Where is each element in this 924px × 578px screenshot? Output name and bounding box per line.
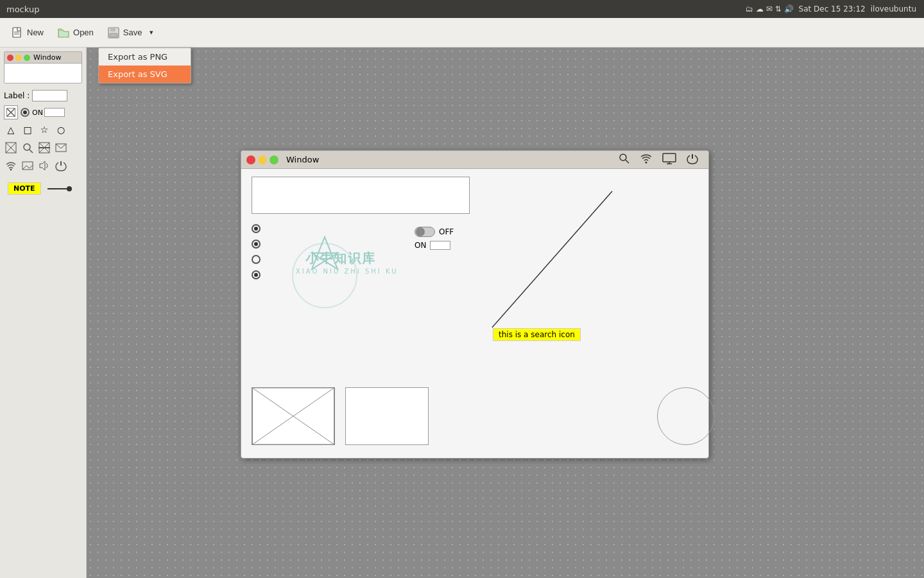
mock-toggle-on-input[interactable]: [430, 241, 450, 250]
panel-close-btn[interactable]: [7, 55, 13, 61]
note-connector-line: [47, 188, 67, 189]
label-input[interactable]: [32, 90, 67, 101]
mockup-maximize-btn[interactable]: [270, 155, 278, 164]
mock-toggle-on-label: ON: [415, 241, 426, 250]
on-toggle-label: ON: [32, 109, 43, 117]
logo-text-cn: 小牛知识库: [305, 250, 376, 267]
export-svg-item[interactable]: Export as SVG: [99, 66, 191, 83]
svg-line-13: [30, 150, 33, 153]
mock-toggle-off-track[interactable]: [415, 227, 435, 237]
toggle-row: ON: [0, 104, 86, 121]
save-label: Save: [123, 28, 142, 37]
image-icon[interactable]: [21, 159, 35, 173]
save-dropdown-arrow[interactable]: ▾: [147, 26, 156, 39]
svg-line-24: [26, 166, 30, 168]
label-row: Label :: [0, 87, 86, 104]
panel-maximize-btn[interactable]: [24, 55, 30, 61]
radio-filled[interactable]: [21, 108, 30, 117]
mockup-close-btn[interactable]: [246, 155, 255, 164]
mockup-titlebar-icons: [619, 153, 703, 167]
svg-rect-5: [110, 33, 117, 37]
mock-radio-4[interactable]: [252, 270, 261, 279]
mock-radio-2[interactable]: [252, 240, 261, 249]
shapes-row-3: [0, 157, 86, 175]
star-icon[interactable]: ☆: [37, 123, 51, 137]
save-icon: [107, 26, 121, 40]
mockup-minimize-btn[interactable]: [258, 155, 267, 164]
svg-line-19: [56, 144, 61, 148]
save-group: Save ▾: [101, 23, 157, 42]
mockup-monitor-icon[interactable]: [662, 153, 676, 167]
x-icon[interactable]: [4, 105, 18, 119]
annotation-tooltip: this is a search icon: [493, 328, 581, 341]
power-icon[interactable]: [54, 159, 68, 173]
speaker-icon[interactable]: [37, 159, 51, 173]
x-square-icon[interactable]: [4, 141, 18, 155]
triangle-icon[interactable]: △: [4, 123, 18, 137]
new-label: New: [27, 28, 44, 37]
taskbar-user: iloveubuntu: [871, 4, 916, 13]
mock-toggle-off-knob: [416, 227, 425, 236]
new-icon: [10, 26, 24, 40]
on-toggle: ON: [32, 108, 65, 117]
on-toggle-input[interactable]: [44, 108, 65, 117]
mockup-window: Window: [241, 150, 709, 459]
svg-rect-30: [663, 153, 676, 162]
strikethrough-x-icon[interactable]: [37, 141, 51, 155]
export-png-item[interactable]: Export as PNG: [99, 48, 191, 66]
square-icon[interactable]: □: [21, 123, 35, 137]
mockup-body: 小牛知识库 XIAO NIU ZHI SHI KU OFF ON: [241, 169, 708, 458]
panel-minimize-btn[interactable]: [15, 55, 22, 61]
mock-toggle-off-row: OFF: [415, 227, 454, 237]
mock-controls-area: 小牛知识库 XIAO NIU ZHI SHI KU OFF ON: [252, 224, 698, 320]
note-connector-dot: [67, 186, 72, 191]
mockup-window-title: Window: [286, 155, 319, 164]
taskbar: mockup 🗂 ☁ ✉ ⇅ 🔊 Sat Dec 15 23:12 iloveu…: [0, 0, 924, 18]
taskbar-icons: 🗂 ☁ ✉ ⇅ 🔊: [746, 4, 793, 13]
mockup-power-icon[interactable]: [687, 153, 698, 167]
envelope-x-icon[interactable]: [54, 141, 68, 155]
mock-radio-3[interactable]: [252, 255, 261, 264]
new-button[interactable]: New: [5, 23, 49, 42]
logo-area: 小牛知识库 XIAO NIU ZHI SHI KU: [273, 224, 402, 320]
circle-icon[interactable]: ○: [54, 123, 68, 137]
left-panel: Window Label : ON △ □ ☆ ○: [0, 48, 87, 578]
main-canvas[interactable]: Window: [87, 48, 924, 578]
label-text: Label :: [4, 91, 30, 100]
mock-radios: [252, 224, 261, 279]
x-image-placeholder: [252, 387, 335, 445]
panel-window-preview: Window: [4, 51, 82, 83]
svg-point-29: [646, 161, 647, 163]
svg-marker-26: [40, 161, 45, 170]
svg-line-28: [626, 160, 629, 163]
svg-point-21: [10, 169, 12, 171]
taskbar-right: 🗂 ☁ ✉ ⇅ 🔊 Sat Dec 15 23:12 iloveubuntu: [746, 4, 924, 13]
toolbar: New Open Save ▾: [0, 18, 924, 48]
svg-point-12: [24, 144, 30, 150]
shapes-row-1: △ □ ☆ ○: [0, 121, 86, 139]
logo-text-pinyin: XIAO NIU ZHI SHI KU: [296, 268, 398, 275]
mock-toggle-off-label: OFF: [439, 227, 454, 236]
mock-textbox[interactable]: [252, 177, 470, 214]
search-icon[interactable]: [21, 141, 35, 155]
circle-container: [657, 387, 715, 445]
save-button[interactable]: Save: [101, 23, 148, 42]
mockup-titlebar: Window: [241, 151, 708, 169]
open-button[interactable]: Open: [51, 23, 99, 42]
svg-rect-4: [110, 28, 116, 31]
svg-line-23: [22, 166, 26, 170]
note-label: NOTE: [13, 184, 35, 193]
panel-titlebar: Window: [4, 52, 81, 64]
open-icon: [56, 26, 71, 40]
svg-line-20: [61, 144, 66, 148]
taskbar-title: mockup: [0, 4, 746, 14]
mockup-wifi-icon[interactable]: [640, 153, 652, 167]
note-badge: NOTE: [8, 182, 41, 195]
open-label: Open: [73, 28, 94, 37]
wifi-icon[interactable]: [4, 159, 18, 173]
mockup-search-icon[interactable]: [619, 153, 630, 167]
mock-radio-1[interactable]: [252, 224, 261, 233]
circle-placeholder: [657, 387, 715, 445]
panel-window-label: Window: [33, 53, 61, 62]
svg-line-25: [30, 165, 33, 168]
